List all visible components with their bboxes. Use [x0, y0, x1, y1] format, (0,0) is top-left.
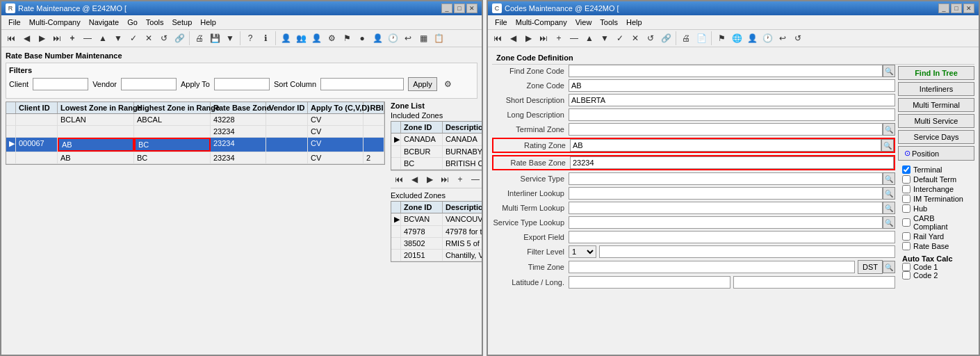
checkbox-imtermination[interactable]: IM Termination — [902, 195, 970, 203]
long-desc-input[interactable] — [569, 108, 895, 121]
maximize-btn[interactable]: □ — [454, 3, 465, 13]
excluded-zone-row[interactable]: 47978 47978 for testing RMIS — [391, 226, 482, 238]
included-zone-row[interactable]: BC BRITISH COLUMBIA — [391, 158, 482, 170]
imtermination-checkbox[interactable] — [902, 195, 910, 203]
rmenu-view[interactable]: View — [571, 17, 596, 28]
defaultterm-checkbox[interactable] — [902, 175, 910, 184]
rtb-refresh[interactable]: ↺ — [644, 31, 658, 45]
checkbox-terminal[interactable]: Terminal — [902, 165, 970, 174]
position-button[interactable]: ⊙ Position — [898, 146, 974, 161]
toolbar-last[interactable]: ⏭ — [50, 31, 64, 45]
inc-next[interactable]: ▶ — [423, 172, 436, 186]
rtb-flag[interactable]: ⚑ — [714, 31, 728, 45]
terminal-zone-search-icon[interactable]: 🔍 — [883, 123, 895, 136]
toolbar-user2[interactable]: 👥 — [294, 31, 308, 45]
rtb-doc[interactable]: 📄 — [694, 31, 708, 45]
multi-service-button[interactable]: Multi Service — [898, 114, 974, 128]
checkbox-hub[interactable]: Hub — [902, 204, 970, 213]
find-in-tree-button[interactable]: Find In Tree — [898, 66, 974, 80]
checkbox-interchange[interactable]: Interchange — [902, 185, 970, 193]
rtb-world[interactable]: 🌐 — [730, 31, 744, 45]
service-type-search-icon[interactable]: 🔍 — [883, 172, 895, 185]
rtb-down[interactable]: ▼ — [598, 31, 612, 45]
minimize-btn[interactable]: _ — [441, 3, 452, 13]
toolbar-dropdown[interactable]: ▼ — [223, 31, 237, 45]
excluded-zone-row[interactable]: 20151 Chantilly, VA — [391, 250, 482, 261]
export-field-input[interactable] — [569, 231, 895, 243]
sortcol-input[interactable] — [320, 78, 404, 90]
toolbar-prev[interactable]: ◀ — [19, 31, 33, 45]
table-row[interactable]: 23234 CV — [6, 126, 384, 138]
timezone-input[interactable] — [569, 261, 855, 273]
table-row[interactable]: AB BC 23234 CV 2 — [6, 152, 384, 164]
right-close-btn[interactable]: ✕ — [963, 3, 974, 13]
checkbox-defaultterm[interactable]: Default Term — [902, 175, 970, 184]
toolbar-save[interactable]: 💾 — [208, 31, 222, 45]
service-type-lookup-search-icon[interactable]: 🔍 — [883, 216, 895, 229]
included-zone-row[interactable]: BCBUR BURNABY, BC — [391, 146, 482, 158]
menu-setup[interactable]: Setup — [168, 17, 197, 28]
carb-checkbox[interactable] — [902, 218, 910, 227]
service-days-button[interactable]: Service Days — [898, 130, 974, 144]
rtb-next[interactable]: ▶ — [521, 31, 535, 45]
toolbar-check[interactable]: ✓ — [126, 31, 140, 45]
filter-level-select[interactable]: 123 — [569, 245, 596, 258]
menu-go[interactable]: Go — [123, 17, 142, 28]
rtb-x[interactable]: ✕ — [628, 31, 642, 45]
right-maximize-btn[interactable]: □ — [951, 3, 962, 13]
hub-checkbox[interactable] — [902, 204, 910, 213]
toolbar-user1[interactable]: 👤 — [279, 31, 293, 45]
railyard-checkbox[interactable] — [902, 232, 910, 241]
dst-button[interactable]: DST — [858, 260, 883, 274]
vendor-input[interactable] — [121, 78, 177, 90]
menu-file[interactable]: File — [4, 17, 25, 28]
multi-terminal-button[interactable]: Multi Terminal — [898, 98, 974, 112]
toolbar-user3[interactable]: 👤 — [309, 31, 323, 45]
rtb-last[interactable]: ⏭ — [537, 31, 550, 45]
filter-level-extra-input[interactable] — [599, 245, 895, 258]
rtb-person[interactable]: 👤 — [745, 31, 759, 45]
short-desc-input[interactable] — [569, 94, 895, 106]
inc-prev[interactable]: ◀ — [407, 172, 421, 186]
find-zone-search-icon[interactable]: 🔍 — [883, 65, 895, 77]
toolbar-print[interactable]: 🖨 — [193, 31, 206, 45]
inc-add[interactable]: + — [453, 172, 467, 186]
rtb-prev[interactable]: ◀ — [506, 31, 520, 45]
rtb-first[interactable]: ⏮ — [491, 31, 505, 45]
toolbar-next[interactable]: ▶ — [35, 31, 49, 45]
rate-base-zone-input[interactable] — [570, 156, 894, 169]
filter-icon[interactable]: ⚙ — [441, 77, 455, 91]
toolbar-extra[interactable]: 📋 — [432, 31, 446, 45]
excluded-zone-row[interactable]: 38502 RMIS 5 of 385023166 for AVEEXP — [391, 238, 482, 250]
right-minimize-btn[interactable]: _ — [938, 3, 949, 13]
multi-term-lookup-input[interactable] — [569, 202, 883, 214]
checkbox-code1[interactable]: Code 1 — [902, 263, 970, 271]
rmenu-multicompany[interactable]: Multi-Company — [512, 17, 571, 28]
rtb-print[interactable]: 🖨 — [679, 31, 693, 45]
toolbar-x[interactable]: ✕ — [142, 31, 156, 45]
latlong-input2[interactable] — [733, 276, 895, 289]
rtb-check[interactable]: ✓ — [613, 31, 627, 45]
rmenu-help[interactable]: Help — [622, 17, 646, 28]
rtb-link[interactable]: 🔗 — [659, 31, 673, 45]
rtb-clock[interactable]: 🕐 — [760, 31, 774, 45]
apply-button[interactable]: Apply — [408, 77, 437, 91]
toolbar-clock[interactable]: 🕐 — [386, 31, 400, 45]
interliner-lookup-search-icon[interactable]: 🔍 — [883, 187, 895, 200]
inc-first[interactable]: ⏮ — [392, 172, 406, 186]
menu-tools[interactable]: Tools — [142, 17, 168, 28]
menu-navigate[interactable]: Navigate — [85, 17, 123, 28]
client-input[interactable] — [33, 78, 88, 90]
checkbox-railyard[interactable]: Rail Yard — [902, 232, 970, 241]
included-zone-row[interactable]: ▶ CANADA CANADA — [391, 134, 482, 146]
multi-term-lookup-search-icon[interactable]: 🔍 — [883, 202, 895, 214]
excluded-zone-row[interactable]: ▶ BCVAN VANCOUVER, BC — [391, 213, 482, 226]
code1-checkbox[interactable] — [902, 263, 910, 271]
find-zone-input[interactable] — [569, 65, 883, 77]
ratebase-checkbox[interactable] — [902, 242, 910, 250]
checkbox-ratebase[interactable]: Rate Base — [902, 242, 970, 250]
zone-code-input[interactable] — [569, 79, 895, 92]
table-row[interactable]: BCLAN ABCAL 43228 CV — [6, 114, 384, 126]
toolbar-help[interactable]: ? — [243, 31, 257, 45]
table-row-selected[interactable]: ▶ 000067 AB BC 23234 CV — [6, 138, 384, 152]
